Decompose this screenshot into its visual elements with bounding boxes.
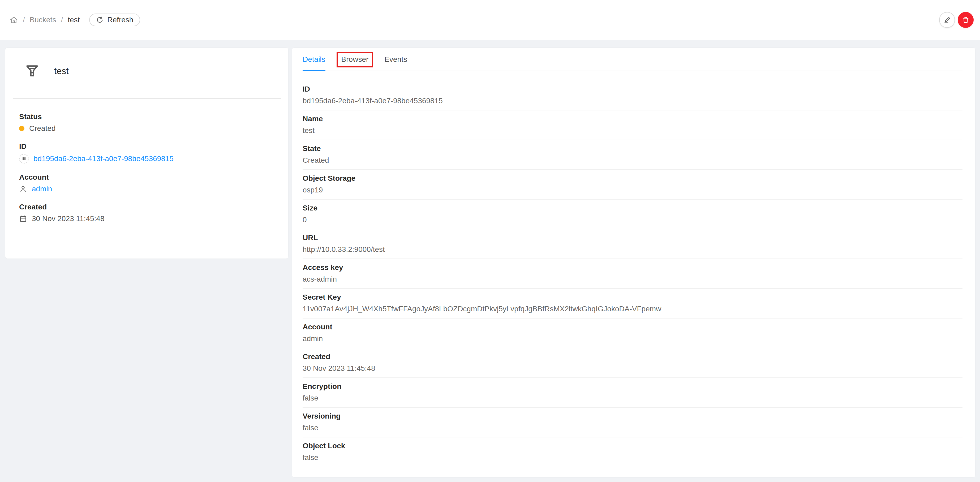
- tab-browser[interactable]: Browser: [341, 55, 369, 71]
- detail-value: Created: [302, 154, 963, 166]
- header: / Buckets / test Refresh: [0, 0, 980, 40]
- detail-row: Account admin: [302, 318, 963, 348]
- tab-bar: Details Browser Events: [302, 48, 963, 71]
- pencil-icon: [943, 16, 951, 24]
- detail-label: Account: [302, 322, 963, 333]
- field-account: Account admin: [19, 173, 275, 193]
- detail-value: test: [302, 125, 963, 137]
- detail-value: false: [302, 452, 963, 463]
- tab-details-label: Details: [302, 55, 325, 64]
- detail-row: State Created: [302, 140, 963, 170]
- detail-value: 30 Nov 2023 11:45:48: [302, 363, 963, 374]
- field-status-label: Status: [19, 113, 275, 121]
- tab-events[interactable]: Events: [384, 55, 407, 71]
- detail-label: ID: [302, 84, 963, 95]
- detail-label: Versioning: [302, 411, 963, 422]
- main-content: test Status Created ID: [0, 40, 980, 477]
- bucket-id-link[interactable]: bd195da6-2eba-413f-a0e7-98be45369815: [33, 154, 173, 163]
- breadcrumb-link-buckets[interactable]: Buckets: [30, 16, 56, 24]
- detail-label: Encryption: [302, 381, 963, 392]
- detail-label: Created: [302, 352, 963, 363]
- resource-info-card: test Status Created ID: [5, 48, 288, 259]
- detail-value: http://10.0.33.2:9000/test: [302, 243, 963, 255]
- detail-label: URL: [302, 232, 963, 243]
- status-dot-icon: [19, 126, 24, 131]
- tab-browser-label: Browser: [341, 55, 369, 64]
- barcode-icon[interactable]: [19, 154, 29, 164]
- breadcrumb-current: test: [68, 16, 80, 24]
- field-status: Status Created: [19, 113, 275, 133]
- created-value: 30 Nov 2023 11:45:48: [32, 215, 104, 223]
- breadcrumb-separator: /: [23, 16, 25, 24]
- edit-button[interactable]: [939, 12, 955, 28]
- detail-row: Secret Key 11v007a1Av4jJH_W4Xh5TfwFFAgoJ…: [302, 289, 963, 318]
- tab-events-label: Events: [384, 55, 407, 64]
- detail-row: URL http://10.0.33.2:9000/test: [302, 229, 963, 259]
- account-link[interactable]: admin: [32, 185, 52, 193]
- detail-row: Object Lock false: [302, 437, 963, 467]
- reload-icon: [96, 16, 103, 24]
- detail-row: ID bd195da6-2eba-413f-a0e7-98be45369815: [302, 81, 963, 110]
- field-id-label: ID: [19, 142, 275, 151]
- detail-value: false: [302, 422, 963, 434]
- detail-row: Object Storage osp19: [302, 170, 963, 200]
- detail-label: Access key: [302, 262, 963, 274]
- detail-value: acs-admin: [302, 274, 963, 285]
- delete-button[interactable]: [958, 12, 974, 28]
- refresh-button[interactable]: Refresh: [89, 14, 140, 26]
- bucket-funnel-icon: [24, 63, 40, 79]
- detail-value: admin: [302, 333, 963, 345]
- field-id: ID: [19, 142, 275, 164]
- trash-icon: [962, 16, 970, 24]
- detail-row: Encryption false: [302, 378, 963, 408]
- detail-row: Size 0: [302, 200, 963, 229]
- header-actions: [939, 12, 974, 28]
- detail-row: Created 30 Nov 2023 11:45:48: [302, 348, 963, 378]
- detail-label: Size: [302, 203, 963, 214]
- user-icon: [19, 185, 27, 193]
- detail-value: 0: [302, 214, 963, 226]
- resource-fields: Status Created ID: [18, 113, 275, 223]
- detail-value: osp19: [302, 184, 963, 196]
- page: / Buckets / test Refresh: [0, 0, 980, 482]
- detail-value: false: [302, 392, 963, 404]
- resource-title: test: [54, 66, 69, 76]
- detail-label: Object Lock: [302, 441, 963, 452]
- field-created: Created 30 Nov 2023 11:45:48: [19, 203, 275, 223]
- refresh-label: Refresh: [107, 16, 133, 24]
- divider: [13, 98, 281, 99]
- details-list: ID bd195da6-2eba-413f-a0e7-98be45369815 …: [302, 71, 963, 467]
- detail-label: Object Storage: [302, 173, 963, 184]
- breadcrumb-separator: /: [61, 16, 63, 24]
- field-account-label: Account: [19, 173, 275, 181]
- detail-label: Secret Key: [302, 292, 963, 303]
- detail-value: bd195da6-2eba-413f-a0e7-98be45369815: [302, 95, 963, 107]
- resource-title-row: test: [18, 63, 275, 79]
- detail-label: State: [302, 143, 963, 154]
- detail-row: Versioning false: [302, 408, 963, 437]
- status-value: Created: [29, 124, 56, 133]
- detail-row: Name test: [302, 110, 963, 140]
- detail-label: Name: [302, 114, 963, 125]
- details-card: Details Browser Events ID: [292, 48, 975, 477]
- home-icon[interactable]: [10, 16, 18, 24]
- calendar-icon: [19, 215, 27, 223]
- detail-row: Access key acs-admin: [302, 259, 963, 289]
- breadcrumb: / Buckets / test: [10, 16, 80, 24]
- detail-value: 11v007a1Av4jJH_W4Xh5TfwFFAgoJyAf8LbOZDcg…: [302, 303, 963, 315]
- tab-details[interactable]: Details: [302, 55, 325, 71]
- field-created-label: Created: [19, 203, 275, 211]
